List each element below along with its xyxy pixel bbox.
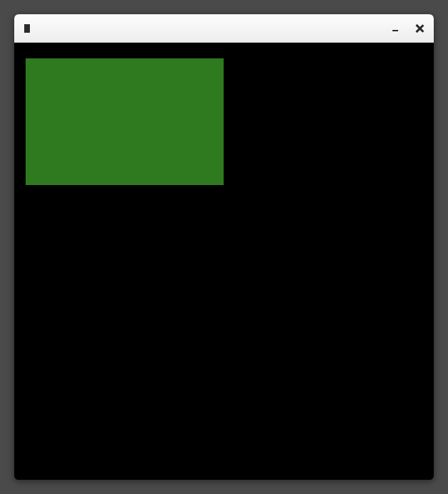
rectangle-shape: [26, 58, 224, 185]
canvas-area: [14, 43, 434, 480]
application-window: [14, 14, 434, 480]
titlebar-controls: [392, 24, 424, 33]
close-icon[interactable]: [415, 24, 424, 33]
app-icon: [24, 24, 30, 33]
minimize-icon[interactable]: [392, 30, 398, 31]
titlebar[interactable]: [14, 14, 434, 43]
titlebar-left: [24, 24, 36, 33]
